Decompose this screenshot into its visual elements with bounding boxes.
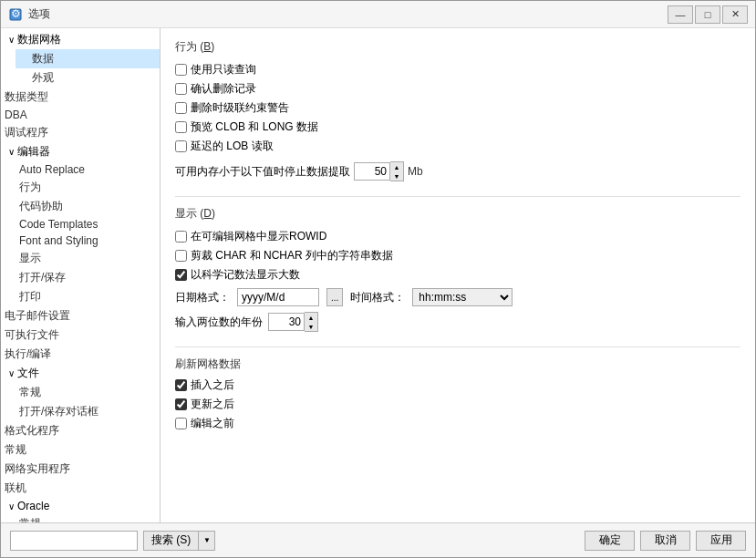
文件-children: 常规 打开/保存对话框 <box>1 383 160 421</box>
window-title: 选项 <box>28 6 668 22</box>
checkbox-scientific[interactable] <box>175 269 187 281</box>
toggle-icon: ∨ <box>5 147 17 157</box>
checkbox-row-10: 更新之后 <box>175 397 740 412</box>
label-cascade-warning: 删除时级联约束警告 <box>191 100 289 116</box>
label-clob-preview: 预览 CLOB 和 LONG 数据 <box>191 119 318 135</box>
date-dots-button[interactable]: ... <box>326 288 343 306</box>
toggle-icon: ∨ <box>5 35 17 45</box>
checkbox-row-7: 剪裁 CHAR 和 NCHAR 列中的字符串数据 <box>175 248 740 264</box>
sidebar-item-行为[interactable]: 行为 <box>16 178 160 197</box>
spin-down-button[interactable]: ▼ <box>390 171 403 181</box>
section-title-text: 显示 (D) <box>175 206 215 222</box>
sidebar-item-常规[interactable]: 常规 <box>16 383 160 402</box>
sidebar: ∨ 数据网格 数据 外观 数据类型 DBA 调试程序 ∨ 编辑器 Auto Re… <box>1 28 161 522</box>
checkbox-before-edit[interactable] <box>175 418 187 429</box>
confirm-button[interactable]: 确定 <box>585 531 635 551</box>
section-xingwei: 行为 (B) 使用只读查询 确认删除记录 删除时级联约束警告 预览 CLOB 和… <box>175 39 740 181</box>
label-before-edit: 编辑之前 <box>191 416 234 431</box>
sidebar-item-外观[interactable]: 外观 <box>16 68 160 88</box>
label-confirm-delete: 确认删除记录 <box>191 81 256 97</box>
date-row: 日期格式： ... 时间格式： hh:mm:ss HH:mm:ss <box>175 288 740 306</box>
label-scientific: 以科学记数法显示大数 <box>191 267 300 283</box>
sidebar-item-打开保存[interactable]: 打开/保存 <box>16 268 160 287</box>
time-format-select[interactable]: hh:mm:ss HH:mm:ss <box>412 288 513 306</box>
sidebar-item-代码协助[interactable]: 代码协助 <box>16 197 160 216</box>
memory-spinner: 50 ▲ ▼ <box>354 161 404 181</box>
checkbox-confirm-delete[interactable] <box>175 83 187 95</box>
search-btn-label: 搜索 (S) <box>151 532 191 548</box>
year-spinner: ▲ ▼ <box>268 312 318 332</box>
section-title-xianshi: 显示 (D) <box>175 206 740 222</box>
checkbox-after-insert[interactable] <box>175 379 187 391</box>
underline-d: D <box>203 207 212 220</box>
sidebar-item-联机[interactable]: 联机 <box>1 479 160 498</box>
sidebar-item-调试程序[interactable]: 调试程序 <box>1 123 160 142</box>
sidebar-item-font-styling[interactable]: Font and Styling <box>16 232 160 249</box>
date-format-input[interactable] <box>237 288 319 306</box>
checkbox-cascade-warning[interactable] <box>175 102 187 114</box>
year-spin-up[interactable]: ▲ <box>305 313 317 322</box>
oracle-children: 常规 优化器提示 事务 <box>1 514 160 522</box>
app-icon: ⚙ <box>8 7 23 22</box>
sidebar-item-code-templates[interactable]: Code Templates <box>16 216 160 232</box>
checkbox-rowid[interactable] <box>175 231 187 243</box>
maximize-button[interactable]: □ <box>695 5 720 24</box>
sidebar-item-打开保存对话框[interactable]: 打开/保存对话框 <box>16 402 160 421</box>
sidebar-item-DBA[interactable]: DBA <box>1 107 160 123</box>
checkbox-clob-preview[interactable] <box>175 121 187 133</box>
apply-button[interactable]: 应用 <box>696 531 746 551</box>
sidebar-item-oracle-常规[interactable]: 常规 <box>16 514 160 522</box>
section-title-text: 行为 (B) <box>175 39 214 55</box>
checkbox-row-3: 删除时级联约束警告 <box>175 100 740 116</box>
year-spin-down[interactable]: ▼ <box>305 322 317 331</box>
cancel-button[interactable]: 取消 <box>640 531 690 551</box>
sidebar-item-格式化程序[interactable]: 格式化程序 <box>1 421 160 440</box>
year-label: 输入两位数的年份 <box>175 315 263 330</box>
year-input[interactable] <box>268 313 305 331</box>
window-controls: — □ ✕ <box>668 5 748 24</box>
refresh-title-text: 刷新网格数据 <box>175 356 241 372</box>
year-row: 输入两位数的年份 ▲ ▼ <box>175 312 740 332</box>
sidebar-item-显示[interactable]: 显示 <box>16 249 160 268</box>
checkbox-lob-delay[interactable] <box>175 140 187 152</box>
section-xianshi: 显示 (D) 在可编辑网格中显示ROWID 剪裁 CHAR 和 NCHAR 列中… <box>175 206 740 332</box>
sidebar-item-常规2[interactable]: 常规 <box>1 440 160 460</box>
sidebar-item-可执行文件[interactable]: 可执行文件 <box>1 326 160 345</box>
search-button[interactable]: 搜索 (S) <box>143 531 199 551</box>
sidebar-item-auto-replace[interactable]: Auto Replace <box>16 161 160 178</box>
sidebar-item-数据网格[interactable]: ∨ 数据网格 <box>1 30 160 49</box>
search-dropdown-button[interactable]: ▼ <box>199 531 215 551</box>
memory-input[interactable]: 50 <box>354 162 390 181</box>
svg-text:⚙: ⚙ <box>11 8 21 20</box>
sidebar-item-数据类型[interactable]: 数据类型 <box>1 88 160 107</box>
section-title-refresh: 刷新网格数据 <box>175 356 740 372</box>
date-format-label: 日期格式： <box>175 290 230 305</box>
checkbox-after-update[interactable] <box>175 398 187 410</box>
sidebar-item-oracle[interactable]: ∨ Oracle <box>1 498 160 514</box>
memory-row: 可用内存小于以下值时停止数据提取 50 ▲ ▼ Mb <box>175 161 740 181</box>
title-bar: ⚙ 选项 — □ ✕ <box>1 1 755 28</box>
memory-label: 可用内存小于以下值时停止数据提取 <box>175 164 350 180</box>
label-after-update: 更新之后 <box>191 397 234 412</box>
spin-up-button[interactable]: ▲ <box>390 162 403 171</box>
underline-letter: B <box>203 40 211 53</box>
separator-1 <box>175 196 740 197</box>
label-readonly-query: 使用只读查询 <box>191 62 256 78</box>
minimize-button[interactable]: — <box>668 5 693 24</box>
sidebar-item-电子邮件设置[interactable]: 电子邮件设置 <box>1 306 160 326</box>
toggle-icon: ∨ <box>5 368 17 378</box>
sidebar-item-文件[interactable]: ∨ 文件 <box>1 364 160 383</box>
sidebar-item-数据[interactable]: 数据 <box>16 49 160 68</box>
checkbox-trim-char[interactable] <box>175 250 187 262</box>
checkbox-readonly-query[interactable] <box>175 64 187 76</box>
section-title-xingwei: 行为 (B) <box>175 39 740 55</box>
spin-buttons: ▲ ▼ <box>390 161 404 181</box>
close-button[interactable]: ✕ <box>722 5 748 24</box>
sidebar-item-打印[interactable]: 打印 <box>16 287 160 306</box>
sidebar-item-执行编译[interactable]: 执行/编译 <box>1 345 160 364</box>
search-input[interactable] <box>10 531 138 551</box>
section-refresh: 刷新网格数据 插入之后 更新之后 编辑之前 <box>175 356 740 431</box>
sidebar-item-网络实用程序[interactable]: 网络实用程序 <box>1 460 160 479</box>
sidebar-item-编辑器[interactable]: ∨ 编辑器 <box>1 142 160 161</box>
main-window: ⚙ 选项 — □ ✕ ∨ 数据网格 数据 外观 数据类型 DBA 调试程序 <box>0 0 756 558</box>
